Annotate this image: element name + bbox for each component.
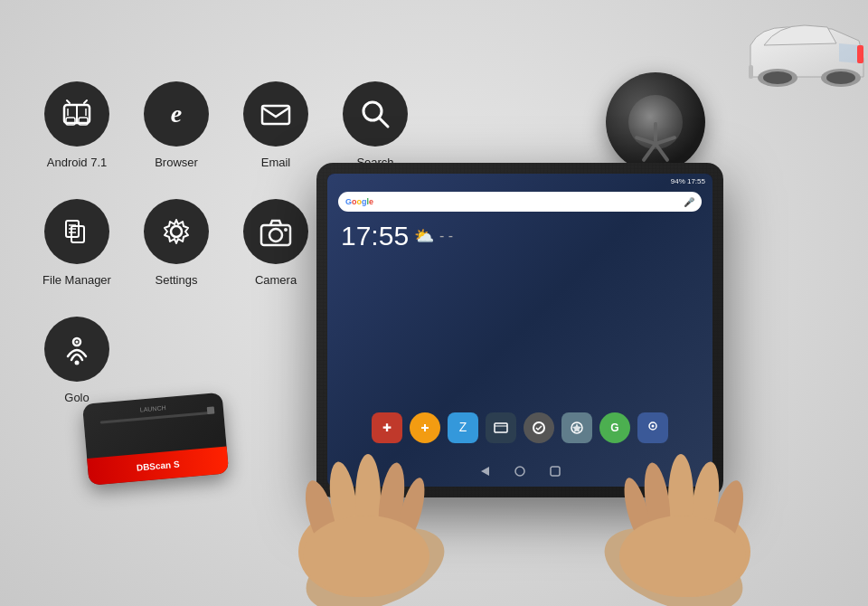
tire-inner — [628, 95, 683, 149]
app-item-settings[interactable]: Settings — [127, 190, 226, 308]
obd-brand-label: LAUNCH — [140, 404, 166, 412]
file-manager-icon-bg — [44, 199, 109, 264]
email-icon-bg — [243, 81, 308, 147]
android-icon — [59, 96, 95, 132]
tablet-app-4[interactable] — [486, 412, 516, 443]
svg-point-45 — [652, 425, 655, 428]
email-icon — [258, 96, 294, 132]
nav-back — [478, 465, 491, 478]
status-text: 94% 17:55 — [671, 177, 705, 185]
obd-line — [99, 412, 208, 423]
nav-home — [514, 465, 526, 478]
tablet-mic-icon: 🎤 — [684, 197, 694, 207]
tablet-app-2[interactable] — [410, 412, 440, 443]
golo-icon — [59, 331, 95, 367]
car-decoration — [741, 9, 859, 109]
app-item-android[interactable]: Android 7.1 — [27, 72, 127, 190]
svg-point-19 — [269, 229, 282, 241]
svg-point-33 — [826, 71, 855, 84]
obd-product-label: DBScan S — [136, 459, 180, 473]
svg-point-20 — [284, 228, 288, 232]
obd-connector — [207, 406, 215, 414]
svg-rect-9 — [262, 106, 289, 124]
golo-label: Golo — [64, 391, 89, 404]
tablet-app-5[interactable] — [524, 412, 554, 443]
svg-point-28 — [76, 341, 79, 344]
svg-point-31 — [763, 71, 792, 84]
svg-marker-46 — [481, 467, 489, 476]
car-svg — [741, 9, 868, 109]
svg-point-47 — [515, 467, 524, 476]
tablet-body: 94% 17:55 Google 🎤 17:55 ⛅ - - — [316, 163, 723, 497]
svg-line-11 — [379, 118, 388, 127]
golo-icon-bg — [44, 317, 109, 382]
browser-icon-bg: e — [144, 81, 209, 147]
search-icon-bg — [343, 81, 408, 147]
svg-text:Z: Z — [459, 420, 467, 434]
svg-rect-38 — [495, 423, 507, 432]
tablet-app-3[interactable]: Z — [448, 412, 478, 443]
file-manager-label: File Manager — [42, 273, 111, 287]
tablet-app-6[interactable] — [561, 412, 592, 443]
android-label: Android 7.1 — [47, 156, 108, 169]
settings-icon-bg — [144, 199, 209, 264]
weather-dash: - - — [439, 228, 453, 244]
nav-recent — [549, 465, 561, 478]
tablet-app-7[interactable]: G — [599, 412, 630, 443]
svg-line-1 — [67, 100, 70, 103]
browser-icon: e — [157, 95, 195, 133]
weather-symbol: ⛅ — [414, 226, 434, 246]
settings-icon — [158, 213, 194, 250]
svg-point-17 — [171, 226, 182, 237]
svg-text:G: G — [610, 421, 618, 434]
svg-text:e: e — [171, 99, 182, 128]
svg-line-2 — [84, 100, 87, 103]
svg-text:✚: ✚ — [382, 421, 392, 434]
obd-device: LAUNCH DBScan S — [82, 392, 234, 495]
tire-decoration — [606, 72, 705, 172]
tire-outer — [606, 72, 705, 172]
svg-point-26 — [75, 361, 80, 365]
svg-rect-29 — [857, 45, 863, 63]
obd-body: LAUNCH DBScan S — [82, 393, 229, 486]
status-bar: 94% 17:55 — [664, 174, 712, 188]
tablet-nav-bar — [327, 465, 712, 478]
browser-label: Browser — [155, 156, 198, 169]
file-manager-icon — [59, 213, 95, 250]
search-icon — [357, 96, 393, 132]
camera-icon — [258, 213, 294, 250]
email-label: Email — [261, 156, 291, 169]
tablet-app-8[interactable] — [637, 412, 668, 443]
screen-content: 94% 17:55 Google 🎤 17:55 ⛅ - - — [327, 174, 712, 487]
tablet-screen: 94% 17:55 Google 🎤 17:55 ⛅ - - — [327, 174, 712, 487]
tablet-app-row: ✚ Z — [327, 412, 712, 443]
google-logo: Google — [345, 197, 373, 206]
obd-red-stripe: DBScan S — [87, 446, 229, 485]
android-icon-bg — [44, 81, 109, 147]
app-item-browser[interactable]: e Browser — [127, 72, 226, 190]
clock-time: 17:55 — [341, 221, 409, 251]
settings-label: Settings — [156, 273, 198, 287]
tablet-search-bar[interactable]: Google 🎤 — [338, 192, 702, 212]
tablet-app-1[interactable]: ✚ — [372, 412, 402, 443]
app-item-file-manager[interactable]: File Manager — [27, 190, 127, 308]
svg-rect-48 — [551, 467, 560, 476]
svg-rect-34 — [749, 65, 753, 79]
tablet-clock: 17:55 ⛅ - - — [341, 221, 453, 251]
tablet-device: 94% 17:55 Google 🎤 17:55 ⛅ - - — [289, 163, 741, 543]
